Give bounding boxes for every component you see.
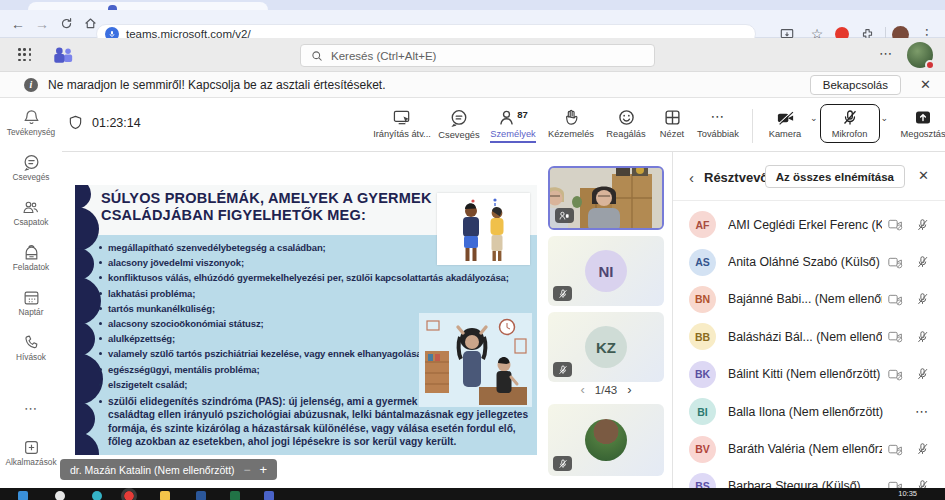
- teams-app-icon[interactable]: [264, 491, 274, 500]
- edge-icon[interactable]: [92, 491, 102, 500]
- row-more-options-icon[interactable]: ⋯: [915, 404, 929, 419]
- calendar-icon: [23, 289, 40, 306]
- slide-bullet: konfliktusos válás, elhúzódó gyermekelhe…: [99, 270, 531, 285]
- participant-avatar: BK: [689, 361, 716, 388]
- participant-controls[interactable]: ⋯: [915, 404, 929, 419]
- teams-more-options-icon[interactable]: ⋯: [879, 46, 893, 61]
- share-button[interactable]: Megosztás: [894, 103, 945, 139]
- active-speaker-video-tile[interactable]: [548, 166, 664, 230]
- mute-all-button[interactable]: Az összes elnémítása: [765, 165, 905, 188]
- app-launcher-waffle-icon[interactable]: [18, 48, 32, 62]
- mic-off-badge: [553, 456, 572, 471]
- sidebar-item-calendar[interactable]: Naptár: [0, 289, 62, 317]
- start-button-icon[interactable]: [18, 491, 28, 500]
- microphone-focus-ring: Mikrofon: [820, 104, 880, 143]
- browser-tab-strip: [0, 0, 945, 10]
- sidebar-item-assignments[interactable]: Feladatok: [0, 244, 62, 272]
- bell-icon: [23, 109, 40, 126]
- sidebar-item-calls[interactable]: Hívások: [0, 334, 62, 362]
- slide-decoration: [75, 322, 95, 356]
- participant-avatar: BN: [689, 286, 716, 313]
- page-next-icon[interactable]: ›: [627, 382, 631, 397]
- camera-off-icon: [888, 218, 903, 231]
- participant-row[interactable]: BKBálint Kitti (Nem ellenőrzött): [673, 356, 945, 393]
- mic-off-icon: [558, 459, 568, 469]
- take-control-button[interactable]: Irányítás átv...: [370, 103, 434, 139]
- participants-panel: ‹ Résztvevők (82) Az összes elnémítása ✕…: [672, 152, 945, 488]
- teams-people-icon: [22, 199, 40, 216]
- zoom-in-icon[interactable]: +: [260, 462, 268, 477]
- teams-search-input[interactable]: Keresés (Ctrl+Alt+E): [300, 44, 655, 67]
- participant-tile-photo[interactable]: [548, 404, 664, 476]
- participant-avatar: BV: [689, 436, 716, 463]
- browser-forward-button[interactable]: →: [30, 12, 54, 36]
- participant-row[interactable]: BVBaráth Valéria (Nem ellenőrzött): [673, 430, 945, 467]
- view-button[interactable]: Nézet: [652, 103, 692, 139]
- camera-button[interactable]: Kamera: [761, 103, 809, 139]
- sidebar-item-more[interactable]: ⋯: [0, 401, 62, 416]
- page-prev-icon[interactable]: ‹: [580, 382, 584, 397]
- participant-name: Balla Ilona (Nem ellenőrzött): [728, 405, 909, 419]
- panel-divider: [673, 200, 945, 201]
- participant-tile-ni[interactable]: NI: [548, 236, 664, 306]
- participant-row[interactable]: AFAMI Ceglédi Erkel Ferenc (Külső): [673, 206, 945, 243]
- mic-off-icon: [916, 367, 929, 381]
- shield-icon: [68, 115, 83, 130]
- participant-controls[interactable]: [888, 367, 929, 381]
- word-icon[interactable]: [196, 491, 206, 500]
- participant-tile-kz[interactable]: KZ: [548, 312, 664, 382]
- participant-row[interactable]: BNBajánné Babi... (Nem ellenőrzött): [673, 281, 945, 318]
- presence-busy-badge: [925, 60, 935, 70]
- windows-taskbar: 10:35: [0, 488, 945, 500]
- participant-avatar: AS: [689, 249, 716, 276]
- participant-controls[interactable]: [888, 442, 929, 456]
- people-button[interactable]: 87 Személyek: [484, 103, 542, 143]
- more-button[interactable]: ⋯ Továbbiak: [692, 103, 744, 139]
- mic-off-badge: [553, 362, 572, 377]
- smiley-icon: [618, 109, 635, 126]
- participant-name: AMI Ceglédi Erkel Ferenc (Külső): [728, 218, 882, 232]
- opera-icon[interactable]: [124, 491, 134, 500]
- more-dots-icon: ⋯: [711, 109, 726, 126]
- meeting-toolbar: 01:23:14 Irányítás átv... Csevegés 87 Sz…: [62, 98, 945, 152]
- browser-reload-button[interactable]: [54, 12, 78, 36]
- toolbar-separator: [752, 109, 753, 143]
- taskbar-search-icon[interactable]: [55, 491, 65, 500]
- share-screen-icon: [914, 109, 932, 126]
- file-explorer-icon[interactable]: [160, 491, 170, 500]
- slide-decoration: [75, 248, 94, 280]
- slide-decoration: [75, 277, 101, 325]
- participant-controls[interactable]: [888, 255, 929, 269]
- chat-button[interactable]: Csevegés: [434, 103, 484, 140]
- participant-avatar: BB: [689, 323, 716, 350]
- participant-controls[interactable]: [888, 330, 929, 344]
- mic-off-icon: [842, 109, 858, 126]
- participant-row[interactable]: BBBalásházi Bál... (Nem ellenőrzött): [673, 318, 945, 355]
- participant-controls[interactable]: [888, 218, 929, 232]
- panel-back-icon[interactable]: ‹: [689, 169, 694, 186]
- banner-close-icon[interactable]: ✕: [920, 77, 931, 92]
- camera-options-chevron-icon[interactable]: ⌄: [810, 113, 818, 123]
- mic-off-icon: [916, 218, 929, 232]
- sidebar-item-activity[interactable]: Tevékenység: [0, 109, 62, 137]
- sidebar-item-chat[interactable]: Csevegés: [0, 154, 62, 182]
- participant-row[interactable]: ASAnita Oláhné Szabó (Külső): [673, 243, 945, 280]
- participant-name: Bajánné Babi... (Nem ellenőrzött): [728, 292, 882, 306]
- microphone-button[interactable]: Mikrofon: [827, 109, 873, 139]
- sidebar-item-teams[interactable]: Csapatok: [0, 199, 62, 227]
- more-apps-icon: ⋯: [0, 401, 62, 416]
- participant-row[interactable]: BIBalla Ilona (Nem ellenőrzött)⋯: [673, 393, 945, 430]
- browser-tab[interactable]: [28, 2, 268, 10]
- microphone-options-chevron-icon[interactable]: ⌄: [881, 113, 889, 123]
- participant-controls[interactable]: [888, 292, 929, 306]
- enable-notifications-button[interactable]: Bekapcsolás: [810, 75, 901, 95]
- excel-icon[interactable]: [230, 491, 240, 500]
- zoom-out-icon[interactable]: −: [244, 463, 251, 477]
- mic-off-icon: [916, 442, 929, 456]
- slide-illustration-family: [419, 313, 532, 407]
- react-button[interactable]: Reagálás: [600, 103, 652, 139]
- panel-close-icon[interactable]: ✕: [918, 168, 929, 183]
- sidebar-item-apps[interactable]: Alkalmazások: [0, 439, 62, 467]
- browser-back-button[interactable]: ←: [6, 12, 30, 36]
- raise-hand-button[interactable]: Kézemelés: [542, 103, 600, 139]
